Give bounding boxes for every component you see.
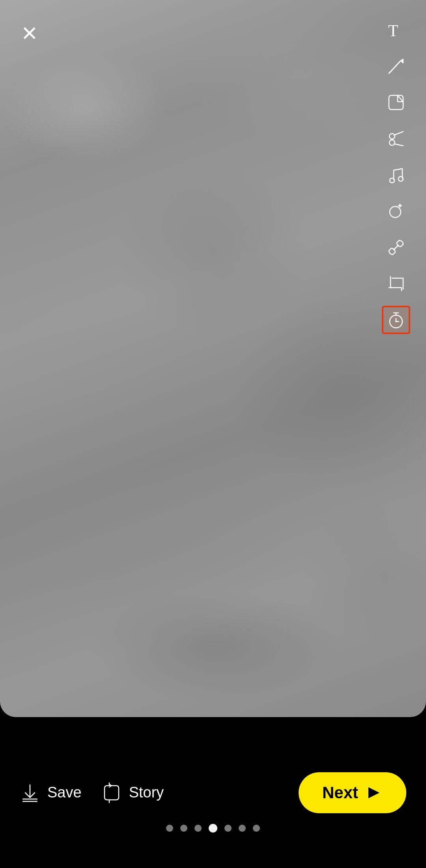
timer-tool-button[interactable] bbox=[382, 306, 410, 334]
sticker-icon bbox=[386, 92, 406, 113]
dot-2 bbox=[180, 825, 187, 832]
svg-rect-3 bbox=[389, 95, 403, 110]
crop-tool-button[interactable] bbox=[382, 270, 410, 298]
next-label: Next bbox=[322, 783, 358, 802]
dot-5 bbox=[224, 825, 232, 832]
bottom-left-actions: Save Story bbox=[20, 783, 164, 803]
next-button[interactable]: Next bbox=[299, 772, 406, 813]
ai-icon bbox=[386, 201, 406, 221]
svg-point-9 bbox=[398, 177, 403, 181]
svg-line-6 bbox=[394, 132, 403, 135]
svg-rect-18 bbox=[105, 786, 119, 800]
next-arrow-icon bbox=[365, 784, 383, 801]
save-label: Save bbox=[47, 784, 82, 801]
svg-line-1 bbox=[390, 61, 401, 72]
svg-point-5 bbox=[389, 140, 395, 145]
close-icon: ✕ bbox=[21, 23, 38, 44]
scissors-tool-button[interactable] bbox=[382, 125, 410, 153]
text-tool-button[interactable]: T bbox=[382, 16, 410, 44]
svg-line-7 bbox=[394, 144, 403, 146]
svg-line-2 bbox=[389, 71, 391, 73]
music-tool-button[interactable] bbox=[382, 161, 410, 189]
dot-1 bbox=[166, 825, 173, 832]
crop-icon bbox=[386, 273, 406, 294]
dot-4 bbox=[209, 824, 217, 833]
svg-marker-21 bbox=[368, 787, 379, 798]
ai-tool-button[interactable] bbox=[382, 197, 410, 225]
sticker-tool-button[interactable] bbox=[382, 88, 410, 117]
dot-7 bbox=[253, 825, 260, 832]
photo-canvas bbox=[0, 0, 426, 717]
story-label: Story bbox=[129, 784, 164, 801]
close-button[interactable]: ✕ bbox=[16, 20, 43, 47]
story-button[interactable]: Story bbox=[101, 783, 164, 803]
bottom-bar: Save Story Next bbox=[0, 717, 426, 868]
save-icon bbox=[20, 783, 40, 803]
svg-point-10 bbox=[390, 206, 401, 217]
scissors-icon bbox=[386, 128, 406, 149]
text-icon: T bbox=[386, 20, 406, 40]
right-toolbar: T bbox=[382, 16, 410, 334]
svg-point-8 bbox=[390, 178, 394, 183]
dot-3 bbox=[194, 825, 202, 832]
draw-tool-button[interactable] bbox=[382, 52, 410, 80]
svg-text:T: T bbox=[388, 22, 398, 40]
svg-point-4 bbox=[389, 134, 395, 139]
pencil-icon bbox=[386, 56, 406, 76]
save-button[interactable]: Save bbox=[20, 783, 82, 803]
dot-6 bbox=[239, 825, 246, 832]
link-icon bbox=[386, 237, 406, 258]
story-icon bbox=[101, 783, 122, 803]
link-tool-button[interactable] bbox=[382, 233, 410, 262]
music-icon bbox=[386, 165, 406, 185]
timer-icon bbox=[386, 310, 406, 330]
svg-point-17 bbox=[395, 321, 397, 322]
page-dots-indicator bbox=[166, 824, 260, 833]
